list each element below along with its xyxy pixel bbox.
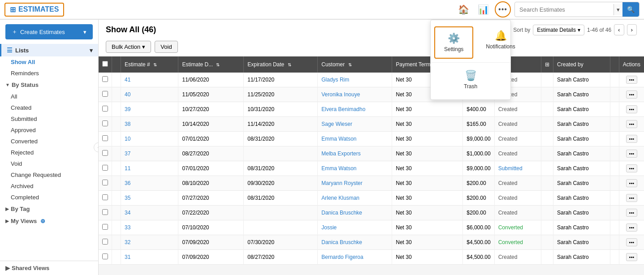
row-customer[interactable]: Maryann Royster xyxy=(318,176,392,191)
notifications-item[interactable]: 🔔 Notifications xyxy=(477,25,524,60)
search-dropdown-button[interactable]: ▾ xyxy=(614,4,622,15)
void-button[interactable]: Void xyxy=(155,41,177,53)
chart-button[interactable]: 📊 xyxy=(475,1,491,17)
settings-item[interactable]: ⚙️ Settings xyxy=(434,26,473,59)
row-estimate-num[interactable]: 31 xyxy=(121,250,178,265)
row-estimate-num[interactable]: 33 xyxy=(121,220,178,235)
row-more-button[interactable]: ••• xyxy=(626,253,638,261)
prev-page-button[interactable]: ‹ xyxy=(614,24,624,35)
row-estimate-num[interactable]: 36 xyxy=(121,176,178,191)
sidebar-item-submitted[interactable]: Submitted xyxy=(0,113,98,125)
row-more-button[interactable]: ••• xyxy=(626,179,638,187)
sidebar-item-completed[interactable]: Completed xyxy=(0,192,98,203)
row-checkbox[interactable] xyxy=(102,106,108,112)
row-customer[interactable]: Bernardo Figeroa xyxy=(318,250,392,265)
row-estimate-num[interactable]: 11 xyxy=(121,161,178,176)
row-more-button[interactable]: ••• xyxy=(626,238,638,246)
sidebar-item-archived[interactable]: Archived xyxy=(0,180,98,192)
col-actions[interactable]: Actions xyxy=(619,56,644,73)
row-more-button[interactable]: ••• xyxy=(626,150,638,158)
sidebar-item-rejected[interactable]: Rejected xyxy=(0,147,98,158)
row-checkbox[interactable] xyxy=(102,224,108,230)
row-customer[interactable]: Danica Bruschke xyxy=(318,206,392,220)
row-more-button[interactable]: ••• xyxy=(626,105,638,113)
row-estimate-num[interactable]: 39 xyxy=(121,102,178,117)
row-estimate-date: 08/10/2020 xyxy=(178,176,244,191)
row-more-button[interactable]: ••• xyxy=(626,135,638,143)
search-go-button[interactable]: 🔍 xyxy=(622,2,639,17)
sidebar-item-all[interactable]: All xyxy=(0,91,98,102)
row-estimate-num[interactable]: 35 xyxy=(121,191,178,206)
row-more-button[interactable]: ••• xyxy=(626,194,638,202)
row-more-button[interactable]: ••• xyxy=(626,164,638,172)
create-estimates-button[interactable]: ＋ Create Estimates ▾ xyxy=(5,24,93,39)
col-estimate-date[interactable]: Estimate D... ⇅ xyxy=(178,56,244,73)
row-customer[interactable]: Emma Watson xyxy=(318,161,392,176)
col-created-by[interactable]: Created by xyxy=(553,56,610,73)
row-amount: $1,000.00 xyxy=(463,146,494,161)
sidebar: ＋ Create Estimates ▾ ☰ Lists ▾ Show All … xyxy=(0,20,99,275)
row-more-button[interactable]: ••• xyxy=(626,76,638,84)
sidebar-item-show-all[interactable]: Show All xyxy=(0,56,98,68)
row-checkbox[interactable] xyxy=(102,254,108,259)
row-checkbox[interactable] xyxy=(102,165,108,171)
row-checkbox[interactable] xyxy=(102,135,108,141)
col-customer[interactable]: Customer ⇅ xyxy=(318,56,392,73)
row-more-button[interactable]: ••• xyxy=(626,120,638,128)
row-estimate-num[interactable]: 34 xyxy=(121,206,178,220)
sidebar-by-tag-header[interactable]: ▶ By Tag xyxy=(0,203,98,215)
row-estimate-num[interactable]: 32 xyxy=(121,235,178,250)
row-more-button[interactable]: ••• xyxy=(626,90,638,99)
more-dropdown: ⚙️ Settings 🔔 Notifications 🗑️ Trash xyxy=(430,20,511,100)
sidebar-item-change-requested[interactable]: Change Requested xyxy=(0,169,98,180)
col-expiration-date[interactable]: Expiration Date ⇅ xyxy=(244,56,318,73)
row-actions-icon-cell xyxy=(610,220,619,235)
my-views-add-icon[interactable]: ⊕ xyxy=(40,218,45,224)
row-customer[interactable]: Danica Bruschke xyxy=(318,235,392,250)
row-customer[interactable]: Jossie xyxy=(318,220,392,235)
row-checkbox[interactable] xyxy=(102,120,108,126)
row-estimate-num[interactable]: 10 xyxy=(121,132,178,146)
sidebar-item-void[interactable]: Void xyxy=(0,158,98,169)
col-estimate-num[interactable]: Estimate # ⇅ xyxy=(121,56,178,73)
row-estimate-num[interactable]: 40 xyxy=(121,87,178,102)
sidebar-lists-section[interactable]: ☰ Lists ▾ xyxy=(0,44,98,56)
row-customer[interactable]: Melba Exporters xyxy=(318,146,392,161)
sidebar-item-approved[interactable]: Approved xyxy=(0,125,98,136)
home-button[interactable]: 🏠 xyxy=(455,1,471,17)
more-button[interactable]: ••• xyxy=(495,1,511,17)
bulk-action-button[interactable]: Bulk Action ▾ xyxy=(106,41,151,53)
row-checkbox[interactable] xyxy=(102,91,108,97)
row-checkbox[interactable] xyxy=(102,209,108,215)
select-all-checkbox[interactable] xyxy=(102,61,108,67)
row-checkbox[interactable] xyxy=(102,194,108,200)
row-estimate-num[interactable]: 41 xyxy=(121,73,178,87)
row-customer[interactable]: Emma Watson xyxy=(318,132,392,146)
estimate-details-button[interactable]: Estimate Details ▾ xyxy=(533,25,584,35)
row-checkbox[interactable] xyxy=(102,180,108,185)
row-customer[interactable]: Sage Wieser xyxy=(318,117,392,132)
col-nav[interactable] xyxy=(112,56,121,73)
row-estimate-num[interactable]: 38 xyxy=(121,117,178,132)
row-actions-cell: ••• xyxy=(619,250,644,265)
sidebar-item-created[interactable]: Created xyxy=(0,102,98,113)
trash-item[interactable]: 🗑️ Trash xyxy=(431,64,510,95)
row-customer[interactable]: Arlene Klusman xyxy=(318,191,392,206)
shared-views-header[interactable]: ▶ Shared Views xyxy=(5,265,93,271)
row-customer[interactable]: Veronika Inouye xyxy=(318,87,392,102)
sidebar-my-views-header[interactable]: ▶ My Views ⊕ xyxy=(0,215,98,227)
row-customer[interactable]: Gladys Rim xyxy=(318,73,392,87)
search-input[interactable] xyxy=(515,4,614,15)
sidebar-by-status-header[interactable]: ▼ By Status xyxy=(0,79,98,91)
next-page-button[interactable]: › xyxy=(627,24,637,35)
sidebar-item-reminders[interactable]: Reminders xyxy=(0,68,98,79)
row-estimate-num[interactable]: 37 xyxy=(121,146,178,161)
row-checkbox[interactable] xyxy=(102,239,108,245)
row-checkbox[interactable] xyxy=(102,150,108,156)
more-icon: ••• xyxy=(498,5,507,13)
sidebar-item-converted[interactable]: Converted xyxy=(0,136,98,147)
row-checkbox[interactable] xyxy=(102,76,108,82)
row-more-button[interactable]: ••• xyxy=(626,209,638,217)
row-customer[interactable]: Elvera Benimadho xyxy=(318,102,392,117)
row-more-button[interactable]: ••• xyxy=(626,223,638,232)
